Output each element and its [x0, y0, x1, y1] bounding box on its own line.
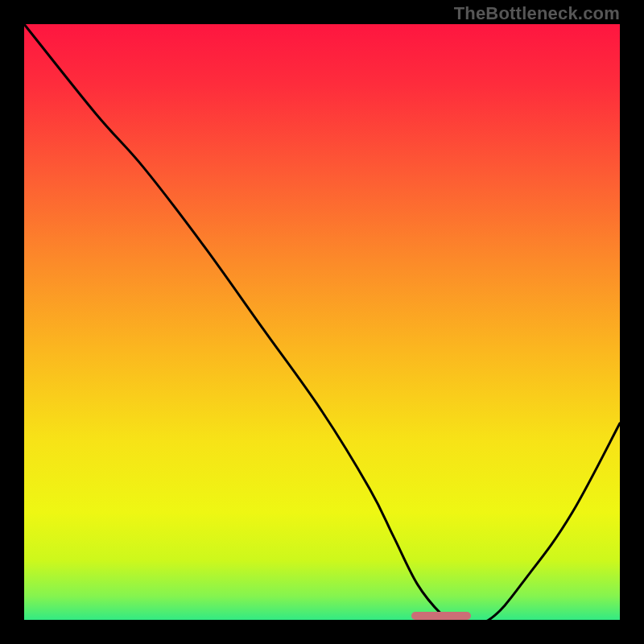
- watermark-text: TheBottleneck.com: [454, 3, 620, 24]
- plot-area: [24, 24, 620, 620]
- bottleneck-curve: [24, 24, 620, 620]
- chart-frame: TheBottleneck.com: [0, 0, 644, 644]
- target-marker: [411, 612, 471, 620]
